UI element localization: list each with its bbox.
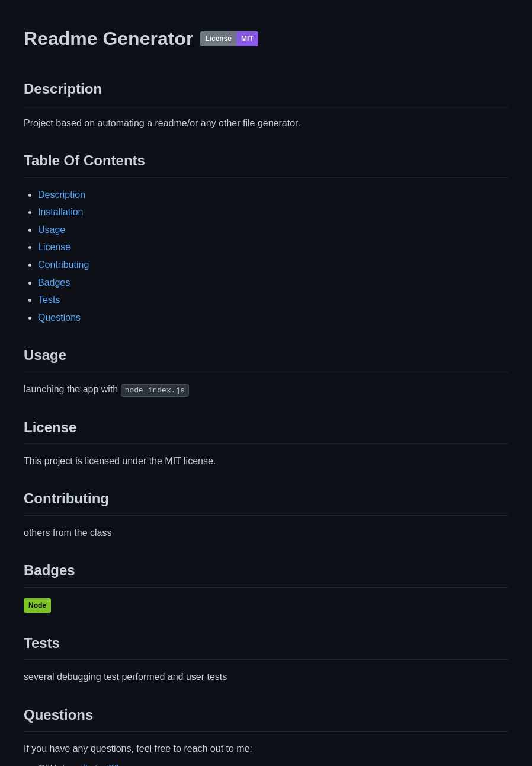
toc-link-usage[interactable]: Usage <box>38 225 65 235</box>
usage-code: node index.js <box>121 384 189 397</box>
badge-mit: MIT <box>236 31 258 46</box>
toc-link-contributing[interactable]: Contributing <box>38 260 89 270</box>
usage-text-before: launching the app with <box>24 384 121 394</box>
page-header: Readme Generator License MIT <box>24 24 508 63</box>
list-item: Contributing <box>38 257 508 273</box>
toc-link-license[interactable]: License <box>38 242 70 252</box>
badge-license: License <box>200 31 236 46</box>
list-item: GitHub: quikstart86 <box>38 761 508 766</box>
description-text: Project based on automating a readme/or … <box>24 116 508 131</box>
badges-heading: Badges <box>24 559 508 587</box>
toc-link-badges[interactable]: Badges <box>38 277 70 288</box>
page-title: Readme Generator <box>24 24 193 54</box>
toc-link-questions[interactable]: Questions <box>38 312 81 323</box>
questions-list: GitHub: quikstart86 Email: test@test.com <box>24 761 508 766</box>
license-section: License This project is licensed under t… <box>24 416 508 469</box>
list-item: Badges <box>38 275 508 291</box>
list-item: Tests <box>38 292 508 308</box>
questions-intro: If you have any questions, feel free to … <box>24 741 508 757</box>
node-badge: Node <box>24 598 51 613</box>
toc-section: Table Of Contents Description Installati… <box>24 149 508 325</box>
contributing-heading: Contributing <box>24 487 508 515</box>
github-label: GitHub: <box>38 764 73 766</box>
list-item: License <box>38 240 508 255</box>
list-item: Installation <box>38 205 508 220</box>
toc-link-description[interactable]: Description <box>38 190 85 200</box>
usage-text: launching the app with node index.js <box>24 382 508 397</box>
description-section: Description Project based on automating … <box>24 78 508 130</box>
toc-heading: Table Of Contents <box>24 149 508 177</box>
github-link[interactable]: quikstart86 <box>73 764 119 766</box>
license-text: This project is licensed under the MIT l… <box>24 454 508 469</box>
description-heading: Description <box>24 78 508 106</box>
usage-section: Usage launching the app with node index.… <box>24 344 508 397</box>
questions-section: Questions If you have any questions, fee… <box>24 704 508 766</box>
tests-section: Tests several debugging test performed a… <box>24 632 508 685</box>
list-item: Questions <box>38 310 508 325</box>
usage-heading: Usage <box>24 344 508 372</box>
badges-section: Badges Node <box>24 559 508 613</box>
toc-link-installation[interactable]: Installation <box>38 207 84 217</box>
list-item: Description <box>38 187 508 203</box>
toc-link-tests[interactable]: Tests <box>38 295 60 305</box>
questions-heading: Questions <box>24 704 508 732</box>
tests-heading: Tests <box>24 632 508 660</box>
toc-list: Description Installation Usage License C… <box>24 187 508 325</box>
license-heading: License <box>24 416 508 444</box>
license-badge-group: License MIT <box>200 31 258 46</box>
list-item: Usage <box>38 222 508 238</box>
contributing-text: others from the class <box>24 525 508 541</box>
page-container: Readme Generator License MIT Description… <box>0 12 532 766</box>
tests-text: several debugging test performed and use… <box>24 669 508 685</box>
contributing-section: Contributing others from the class <box>24 487 508 540</box>
